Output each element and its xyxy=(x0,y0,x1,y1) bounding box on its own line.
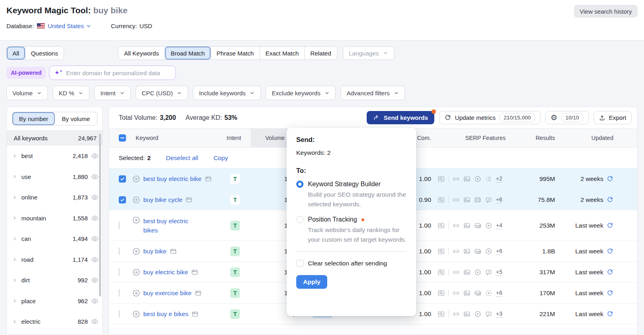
sidebar-group-best[interactable]: best2,418 xyxy=(7,146,102,166)
radio-selected-icon[interactable] xyxy=(296,181,303,188)
sidebar-group-dirt[interactable]: dirt992 xyxy=(7,270,102,291)
column-header-results[interactable]: Results xyxy=(522,129,555,147)
sidebar-group-road[interactable]: road1,174 xyxy=(7,249,102,270)
refresh-icon[interactable] xyxy=(607,310,613,317)
database-selector[interactable]: United States xyxy=(47,23,84,29)
sort-by-volume-tab[interactable]: By volume xyxy=(55,112,97,125)
refresh-icon[interactable] xyxy=(607,222,613,229)
serp-more-count[interactable]: +3 xyxy=(496,310,502,318)
add-keyword-icon[interactable] xyxy=(132,175,140,183)
eye-icon[interactable] xyxy=(91,318,99,325)
row-checkbox[interactable] xyxy=(119,310,120,318)
serp-more-count[interactable]: +5 xyxy=(496,269,502,276)
column-header-serp-features[interactable]: SERP Features xyxy=(451,129,520,147)
filter-kd[interactable]: KD % xyxy=(53,86,89,100)
add-keyword-icon[interactable] xyxy=(132,216,140,224)
filter-intent[interactable]: Intent xyxy=(94,86,131,100)
languages-dropdown[interactable]: Languages xyxy=(343,46,394,60)
add-keyword-icon[interactable] xyxy=(132,268,140,276)
table-settings-button[interactable]: ⚙ 10/10 xyxy=(545,111,589,124)
domain-input[interactable] xyxy=(66,70,171,76)
copy-link[interactable]: Copy xyxy=(213,154,228,162)
view-search-history-button[interactable]: View search history xyxy=(574,5,638,18)
sidebar-scrollbar[interactable] xyxy=(99,134,101,296)
filter-advanced[interactable]: Advanced filters xyxy=(341,86,405,100)
row-checkbox[interactable] xyxy=(119,248,120,255)
serp-more-count[interactable]: +6 xyxy=(496,290,502,297)
deselect-all-link[interactable]: Deselect all xyxy=(166,154,198,162)
row-checkbox[interactable] xyxy=(119,175,126,183)
serp-more-count[interactable]: +6 xyxy=(496,196,502,203)
apply-button[interactable]: Apply xyxy=(296,275,327,289)
eye-icon[interactable] xyxy=(91,297,99,305)
serp-preview-icon[interactable] xyxy=(205,175,212,182)
refresh-icon[interactable] xyxy=(607,269,613,275)
export-button[interactable]: Export xyxy=(594,111,632,124)
row-checkbox[interactable] xyxy=(119,222,120,229)
chevron-down-icon[interactable] xyxy=(86,23,91,29)
tab-exact-match[interactable]: Exact Match xyxy=(260,47,305,60)
column-header-keyword[interactable]: Keyword xyxy=(136,129,158,147)
serp-more-count[interactable]: +4 xyxy=(496,222,502,229)
add-keyword-icon[interactable] xyxy=(132,289,140,297)
keyword-link[interactable]: best buy electric bikes xyxy=(143,216,196,235)
filter-exclude-keywords[interactable]: Exclude keywords xyxy=(266,86,336,100)
select-all-checkbox[interactable] xyxy=(119,129,126,147)
refresh-icon[interactable] xyxy=(607,290,613,296)
update-metrics-button[interactable]: Update metrics 210/15,000 xyxy=(439,111,540,124)
clear-selection-checkbox-row[interactable]: Clear selection after sending xyxy=(296,260,407,267)
add-keyword-icon[interactable] xyxy=(132,247,140,255)
tab-all[interactable]: All xyxy=(7,47,25,60)
eye-icon[interactable] xyxy=(91,214,99,222)
eye-icon[interactable] xyxy=(91,173,99,181)
keyword-link[interactable]: best buy e bikes xyxy=(143,310,188,318)
eye-icon[interactable] xyxy=(91,256,99,263)
serp-preview-icon[interactable] xyxy=(195,290,202,296)
serp-more-count[interactable]: +6 xyxy=(496,248,502,255)
sidebar-group-mountain[interactable]: mountain1,558 xyxy=(7,208,102,229)
sidebar-group-use[interactable]: use1,880 xyxy=(7,166,102,187)
keyword-link[interactable]: buy exercise bike xyxy=(143,290,192,297)
serp-preview-icon[interactable] xyxy=(186,196,192,203)
keyword-link[interactable]: best buy electric bike xyxy=(143,175,202,183)
serp-preview-icon[interactable] xyxy=(191,269,198,275)
filter-cpc[interactable]: CPC (USD) xyxy=(136,86,188,100)
all-keywords-row[interactable]: All keywords 24,967 xyxy=(7,130,102,146)
column-header-intent[interactable]: Intent xyxy=(222,129,246,147)
sort-by-number-tab[interactable]: By number xyxy=(12,112,55,125)
send-keywords-button[interactable]: Send keywords xyxy=(367,111,434,124)
sidebar-group-electric[interactable]: electric828 xyxy=(7,311,102,332)
keyword-link[interactable]: buy electric bike xyxy=(143,269,188,276)
row-checkbox[interactable] xyxy=(119,269,120,276)
serp-more-count[interactable]: +2 xyxy=(496,175,502,183)
filter-include-keywords[interactable]: Include keywords xyxy=(193,86,261,100)
eye-icon[interactable] xyxy=(91,193,99,201)
keyword-link[interactable]: buy bike xyxy=(143,248,167,255)
refresh-icon[interactable] xyxy=(607,248,613,255)
eye-icon[interactable] xyxy=(91,235,99,243)
sidebar-group-online[interactable]: online1,873 xyxy=(7,187,102,208)
tab-related[interactable]: Related xyxy=(304,47,337,60)
refresh-icon[interactable] xyxy=(607,175,613,182)
tab-all-keywords[interactable]: All Keywords xyxy=(118,47,165,60)
radio-position-tracking[interactable]: Position Tracking xyxy=(296,216,407,223)
sidebar-group-place[interactable]: place962 xyxy=(7,291,102,312)
add-keyword-icon[interactable] xyxy=(132,196,140,203)
clear-selection-checkbox[interactable] xyxy=(296,260,303,267)
add-keyword-icon[interactable] xyxy=(132,310,140,318)
refresh-icon[interactable] xyxy=(607,196,613,203)
serp-preview-icon[interactable] xyxy=(170,248,177,255)
radio-keyword-strategy-builder[interactable]: Keyword Strategy Builder xyxy=(296,181,407,188)
eye-icon[interactable] xyxy=(91,276,99,284)
row-checkbox[interactable] xyxy=(119,290,120,297)
tab-questions[interactable]: Questions xyxy=(25,47,64,60)
keyword-link[interactable]: buy bike cycle xyxy=(143,196,182,203)
serp-preview-icon[interactable] xyxy=(192,310,198,317)
radio-unselected-icon[interactable] xyxy=(296,216,303,223)
row-checkbox[interactable] xyxy=(119,196,126,203)
eye-icon[interactable] xyxy=(91,152,99,160)
tab-broad-match[interactable]: Broad Match xyxy=(165,47,211,60)
column-header-updated[interactable]: Updated xyxy=(568,129,613,147)
tab-phrase-match[interactable]: Phrase Match xyxy=(211,47,260,60)
sidebar-group-can[interactable]: can1,494 xyxy=(7,228,102,249)
